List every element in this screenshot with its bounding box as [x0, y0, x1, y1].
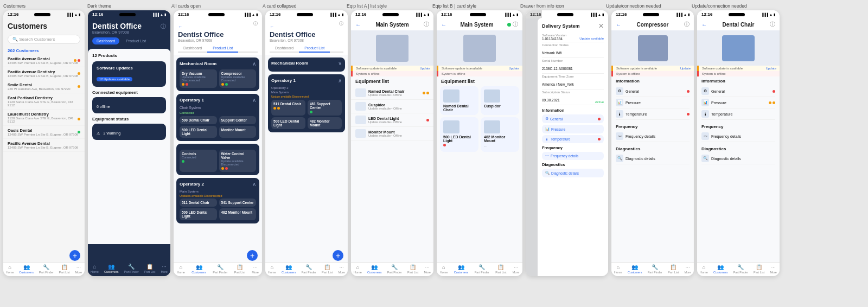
list-item[interactable]: Pacific Avenue Dentistry 12405 SW Premie…	[3, 67, 85, 80]
info-icon-5[interactable]: ⓘ	[424, 21, 429, 28]
equipment-card-dry-vacuum[interactable]: Dry Vacuum Updates available Disconnecte…	[180, 69, 217, 88]
collapse-icon[interactable]: ∧	[252, 61, 256, 67]
temperature-button[interactable]: 🌡Temperature	[542, 135, 604, 143]
tab-product-list-4[interactable]: Product List	[299, 44, 330, 53]
list-item[interactable]: Smile Dental 220 W Hamilton Ave, Beavert…	[3, 80, 85, 93]
eqp-511-c[interactable]: 511 Dental Chair	[271, 100, 305, 116]
nav-part-finder-4[interactable]: 🔧Part Finder	[302, 264, 316, 274]
update-link-b[interactable]: Update	[509, 67, 519, 70]
temperature-row[interactable]: 🌡 Temperature	[616, 108, 690, 120]
general-row[interactable]: ⚙ General	[616, 86, 690, 97]
list-item[interactable]: Oasis Dental 12405 SW Premier Ln Ste B, …	[3, 126, 85, 139]
back-icon-9[interactable]: ←	[701, 22, 707, 28]
info-icon-4[interactable]: ⓘ	[339, 21, 343, 27]
nav-more-4[interactable]: ···More	[338, 264, 345, 274]
nav-customers-9[interactable]: 👥Customers	[713, 264, 728, 274]
nav-part-list-6[interactable]: 📋Part List	[495, 264, 506, 274]
eqp-500-led-c[interactable]: 500 LED Dental Light	[271, 117, 305, 129]
compressor-update-link[interactable]: Update	[680, 67, 691, 70]
list-item-cuspidor[interactable]: Cuspidor Update available • Offline	[351, 100, 433, 113]
nav-more-8[interactable]: ···More	[684, 264, 691, 274]
eqip-b-card-led[interactable]: 500 LED Dental Light	[440, 117, 478, 152]
add-customer-button[interactable]: +	[69, 250, 80, 261]
collapse-icon-op2[interactable]: ∧	[252, 181, 256, 187]
info-icon-9[interactable]: ⓘ	[770, 21, 775, 28]
info-icon-3[interactable]: ⓘ	[253, 21, 258, 27]
list-item[interactable]: East Portland Dentistry 1120 Santa Clara…	[3, 93, 85, 110]
nav-home-8[interactable]: ⌂Home	[614, 264, 622, 274]
general-button[interactable]: ⚙General	[542, 114, 604, 123]
eqp-monitor[interactable]: Monitor Mount	[219, 126, 257, 138]
nav-customers-3[interactable]: 👥Customers	[192, 264, 206, 274]
eqip-b-card-chair[interactable]: Named Dental Chair	[440, 86, 478, 115]
chair-temperature-row[interactable]: 🌡 Temperature	[701, 108, 775, 120]
nav-more-5[interactable]: ···More	[424, 264, 431, 274]
tab-dashboard-3[interactable]: Dashboard	[178, 44, 207, 52]
add-button-4[interactable]: +	[333, 250, 343, 261]
close-icon[interactable]: ✕	[598, 22, 604, 30]
nav-customers-dark[interactable]: 👥Customers	[104, 264, 119, 273]
nav-customers-8[interactable]: 👥Customers	[628, 264, 642, 274]
collapse-icon-op1-c[interactable]: ∧	[338, 78, 342, 84]
list-item-led[interactable]: LED Dental Light Update available • Offl…	[351, 113, 433, 127]
expand-icon-mech[interactable]: ∨	[338, 60, 342, 66]
eqp-541-support[interactable]: 541 Support Center	[219, 199, 257, 207]
update-link[interactable]: Update	[420, 67, 430, 70]
nav-part-finder-6[interactable]: 🔧Part Finder	[475, 264, 489, 274]
equipment-card-compressor[interactable]: Compressor Updates available Connected	[219, 69, 257, 88]
nav-more-3[interactable]: ···More	[252, 264, 259, 274]
eqp-500-led[interactable]: 500 LED Dental Light	[180, 208, 217, 220]
nav-home[interactable]: ⌂Home	[6, 264, 14, 274]
nav-part-finder-9[interactable]: 🔧Part Finder	[733, 264, 748, 274]
eqip-b-card-cuspidor[interactable]: Cuspidor	[481, 86, 519, 115]
nav-part-finder-5[interactable]: 🔧Part Finder	[387, 264, 402, 274]
list-item[interactable]: Pacific Avenue Dental 12405 SW Premier L…	[3, 54, 85, 67]
eqp-482-monitor[interactable]: 482 Monitor Mount	[219, 208, 257, 220]
nav-more-9[interactable]: ···More	[770, 264, 777, 274]
info-icon-8[interactable]: ⓘ	[684, 21, 690, 28]
chair-freq-details-row[interactable]: 〰 Frequency details	[701, 131, 775, 142]
eqp-support[interactable]: Support Center	[219, 116, 257, 124]
software-updates-card[interactable]: Software updates 12 Updates available	[92, 61, 166, 87]
back-icon-3[interactable]: ←	[178, 24, 182, 29]
list-item[interactable]: Laurelhurst Dentistry 1120 Santa Clara A…	[3, 110, 85, 126]
tab-product-list-3[interactable]: Product List	[207, 44, 238, 53]
nav-part-list-5[interactable]: 📋Part List	[407, 264, 418, 274]
eqp-led-light[interactable]: 500 LED Dental Light	[180, 126, 217, 138]
eqp-500-chair[interactable]: 500 Dental Chair	[180, 116, 217, 124]
tab-dashboard-4[interactable]: Dashboard	[270, 44, 299, 52]
eqp-water-valve[interactable]: Water Control Valve Update available Dis…	[219, 150, 257, 172]
nav-customers[interactable]: 👥Customers	[19, 264, 34, 274]
collapse-icon-op1[interactable]: ∧	[252, 97, 256, 103]
nav-more[interactable]: ···More	[75, 264, 82, 274]
frequency-details-button[interactable]: 〰Frequency details	[542, 152, 604, 160]
offline-card[interactable]: 6 offline	[92, 97, 166, 113]
nav-home-dark[interactable]: ⌂Home	[91, 264, 99, 273]
nav-part-finder-3[interactable]: 🔧Part Finder	[213, 264, 227, 274]
chair-pressure-row[interactable]: 📊 Pressure	[701, 97, 775, 108]
nav-customers-4[interactable]: 👥Customers	[282, 264, 296, 274]
info-icon-6[interactable]: ⓘ	[513, 21, 518, 28]
nav-home-5[interactable]: ⌂Home	[354, 264, 362, 274]
pressure-button[interactable]: 📊Pressure	[542, 125, 604, 133]
chair-diag-row[interactable]: 🔍 Diagnostic details	[701, 153, 775, 164]
pressure-row[interactable]: 📊 Pressure	[616, 97, 690, 108]
list-item-chair[interactable]: Named Dental Chair Update available • Of…	[351, 86, 433, 100]
list-item[interactable]: Pacific Avenue Dental 12405 SW Premier L…	[3, 139, 85, 152]
nav-home-3[interactable]: ⌂Home	[177, 264, 185, 274]
diag-details-row[interactable]: 🔍 Diagnostic details	[616, 153, 690, 164]
eqp-461-c[interactable]: 461 Support Center	[308, 100, 342, 116]
eqp-511-chair[interactable]: 511 Dental Chair	[180, 199, 217, 207]
nav-part-list[interactable]: 📋Part List	[59, 264, 70, 274]
nav-more-dark[interactable]: ···More	[161, 264, 168, 273]
nav-customers-6[interactable]: 👥Customers	[454, 264, 469, 274]
back-icon-6[interactable]: ←	[441, 22, 446, 28]
diagnostic-details-button[interactable]: 🔍Diagnostic details	[542, 169, 604, 177]
nav-part-finder-dark[interactable]: 🔧Part Finder	[124, 264, 139, 273]
nav-home-9[interactable]: ⌂Home	[700, 264, 708, 274]
nav-part-list-4[interactable]: 📋Part List	[322, 264, 333, 274]
back-icon-4[interactable]: ←	[270, 24, 274, 29]
freq-details-row[interactable]: 〰 Frequency details	[616, 131, 690, 142]
nav-home-4[interactable]: ⌂Home	[268, 264, 276, 274]
nav-part-finder[interactable]: 🔧Part Finder	[39, 264, 54, 274]
